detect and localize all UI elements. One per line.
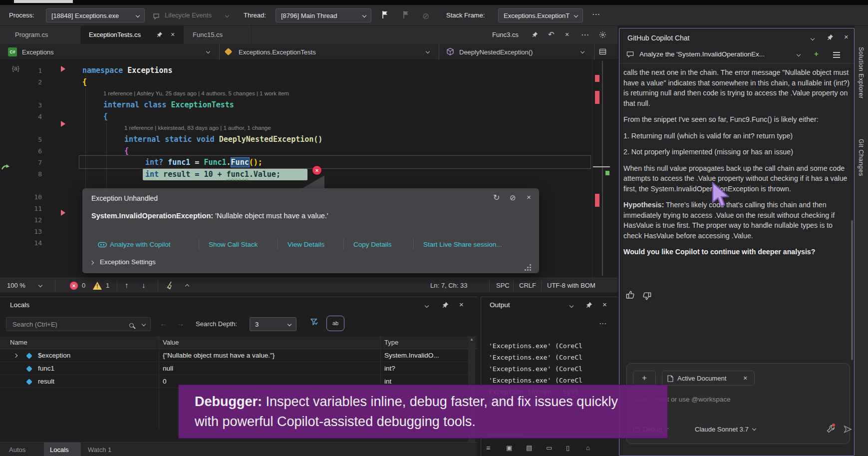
add-context-button[interactable]: +: [633, 371, 656, 386]
table-row[interactable]: func1 null int?: [0, 362, 477, 375]
encoding-indicator[interactable]: UTF-8 with BOM: [547, 282, 595, 289]
chevron-down-icon[interactable]: [206, 49, 210, 53]
error-count[interactable]: 0: [82, 282, 85, 289]
table-row[interactable]: $exception {"Nullable object must have a…: [0, 349, 477, 362]
thumbs-up-icon[interactable]: [625, 290, 635, 300]
navbar-type-dropdown[interactable]: Exceptions.ExceptionTests: [239, 48, 316, 56]
chevron-down-icon[interactable]: [426, 49, 430, 53]
disable-exception-icon[interactable]: ⊘: [510, 193, 516, 202]
tab-watch1[interactable]: Watch 1: [88, 446, 111, 454]
pin-icon[interactable]: [157, 31, 163, 37]
change-marker-icon[interactable]: [61, 121, 65, 127]
close-icon[interactable]: ×: [459, 300, 464, 309]
model-picker[interactable]: Claude Sonnet 3.7: [695, 426, 756, 433]
error-count-icon[interactable]: ×: [70, 282, 78, 290]
scroll-up-icon[interactable]: ▲: [470, 337, 474, 342]
search-input[interactable]: Search (Ctrl+E): [6, 317, 151, 331]
refresh-icon[interactable]: ↻: [493, 193, 500, 202]
collapse-icon[interactable]: [185, 284, 189, 288]
search-forward-icon[interactable]: →: [177, 319, 184, 328]
sidebar-tab-solution-explorer[interactable]: Solution Explorer: [858, 47, 865, 99]
output-console-icon[interactable]: ▯: [566, 444, 570, 452]
chevron-down-icon[interactable]: [570, 304, 574, 308]
pin-icon[interactable]: [827, 34, 834, 40]
close-icon[interactable]: ×: [743, 374, 747, 382]
warning-count[interactable]: 1: [106, 282, 109, 289]
chevron-down-icon[interactable]: [580, 49, 584, 53]
change-marker-icon[interactable]: [61, 66, 65, 72]
prev-issue-icon[interactable]: ↑: [125, 281, 129, 289]
pin-icon[interactable]: [586, 302, 592, 308]
more-icon[interactable]: ⋯: [581, 30, 589, 39]
search-depth-dropdown[interactable]: 3: [250, 317, 296, 331]
scrollbar[interactable]: [851, 220, 853, 360]
output-frame-icon[interactable]: ▭: [546, 444, 552, 452]
popup-resize-grip[interactable]: [524, 264, 531, 270]
codelens-info[interactable]: 1 reference | Ashley Yu, 25 days ago | 4…: [103, 90, 289, 96]
filter-icon[interactable]: [310, 318, 318, 326]
close-icon[interactable]: ×: [527, 193, 531, 201]
next-issue-icon[interactable]: ↓: [142, 281, 146, 289]
flag-disabled-icon[interactable]: [402, 10, 410, 19]
clean-broom-icon[interactable]: [166, 281, 174, 290]
chevron-right-icon[interactable]: [90, 261, 94, 265]
lifecycle-events-button[interactable]: Lifecycle Events: [165, 11, 212, 19]
tab-exceptiontests-cs[interactable]: ExceptionTests.cs ×: [81, 26, 184, 44]
tab-func3-cs[interactable]: Func3.cs: [492, 31, 519, 38]
search-back-icon[interactable]: ←: [160, 319, 167, 328]
show-call-stack-link[interactable]: Show Call Stack: [209, 241, 258, 248]
output-panel-icon[interactable]: ▣: [506, 444, 512, 452]
output-list-icon[interactable]: ≡: [486, 444, 490, 452]
thumbs-down-icon[interactable]: [642, 291, 652, 301]
more-icon[interactable]: ⋯: [599, 319, 606, 328]
format-values-icon[interactable]: ab: [326, 316, 344, 331]
thread-dropdown[interactable]: [8796] Main Thread: [276, 8, 371, 22]
split-editor-icon[interactable]: [599, 48, 606, 55]
expand-icon[interactable]: [13, 354, 17, 358]
zoom-control[interactable]: 100 %: [7, 282, 25, 289]
chevron-down-icon[interactable]: [142, 322, 146, 326]
change-marker-icon[interactable]: [61, 210, 65, 216]
tab-func15-cs[interactable]: Func15.cs: [184, 26, 252, 44]
tab-program-cs[interactable]: Program.cs: [0, 26, 81, 44]
chat-query-row[interactable]: Analyze the 'System.InvalidOperationEx..…: [619, 46, 855, 63]
active-document-chip[interactable]: Active Document ×: [662, 371, 755, 386]
close-icon[interactable]: ×: [565, 30, 569, 38]
close-icon[interactable]: ×: [844, 32, 849, 41]
stack-frame-dropdown[interactable]: Exceptions.ExceptionT: [498, 8, 583, 22]
pin-icon[interactable]: [442, 302, 449, 308]
toolbar-more-icon[interactable]: ⋯: [592, 9, 600, 19]
send-icon[interactable]: [844, 425, 852, 434]
sidebar-tab-git-changes[interactable]: Git Changes: [858, 139, 865, 176]
eol-indicator[interactable]: CRLF: [519, 282, 536, 289]
output-export-icon[interactable]: ⌂: [586, 444, 590, 452]
close-icon[interactable]: ×: [171, 30, 175, 38]
exception-error-icon[interactable]: ×: [312, 166, 321, 175]
tools-icon[interactable]: [827, 425, 835, 433]
execution-pointer-icon[interactable]: [1, 164, 10, 172]
indentation-indicator[interactable]: SPC: [496, 282, 510, 289]
chevron-down-icon[interactable]: [225, 13, 229, 17]
navbar-project-dropdown[interactable]: Exceptions: [22, 48, 54, 56]
close-icon[interactable]: ×: [602, 300, 607, 309]
loop-disabled-icon[interactable]: ⊘: [422, 11, 429, 21]
column-header-type[interactable]: Type: [384, 339, 398, 346]
exception-settings-toggle[interactable]: Exception Settings: [100, 258, 156, 266]
codelens-info[interactable]: 1 reference | kkeirstead, 83 days ago | …: [124, 125, 271, 131]
copy-details-link[interactable]: Copy Details: [353, 241, 392, 248]
outline-list-icon[interactable]: [833, 52, 840, 53]
column-header-value[interactable]: Value: [163, 339, 179, 346]
restore-checkpoint-icon[interactable]: +: [814, 49, 819, 58]
tab-locals-active[interactable]: Locals: [44, 443, 81, 456]
tab-autos[interactable]: Autos: [9, 446, 25, 454]
view-details-link[interactable]: View Details: [288, 241, 324, 248]
column-header-name[interactable]: Name: [10, 339, 27, 346]
chevron-down-icon[interactable]: [425, 304, 429, 308]
search-icon[interactable]: [129, 323, 134, 328]
chevron-down-icon[interactable]: [811, 36, 815, 40]
gear-icon[interactable]: [599, 31, 606, 38]
flag-icon[interactable]: [381, 10, 389, 19]
analyze-with-copilot-link[interactable]: Analyze with Copilot: [110, 241, 171, 248]
process-dropdown[interactable]: [18848] Exceptions.exe: [46, 8, 145, 22]
warning-count-icon[interactable]: !: [93, 282, 102, 290]
